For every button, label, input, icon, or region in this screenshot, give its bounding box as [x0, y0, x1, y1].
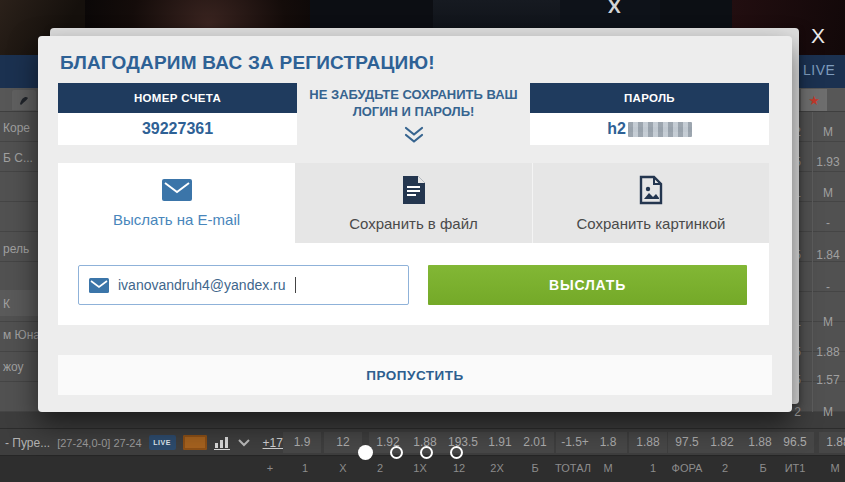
- row-odd-fragment[interactable]: М: [815, 405, 841, 419]
- odds-cell[interactable]: 2.01: [516, 432, 554, 453]
- double-chevron-down-icon: [297, 126, 530, 147]
- row-odd-fragment[interactable]: 2: [794, 405, 801, 419]
- brand-x-logo: X: [608, 0, 621, 18]
- odds-column-label: М: [589, 462, 627, 474]
- live-section-label[interactable]: LIVE: [803, 62, 835, 78]
- odds-column-label: Х: [324, 462, 362, 474]
- row-odd-fragment[interactable]: -: [815, 280, 841, 294]
- odds-column-label: 1: [634, 462, 672, 474]
- carousel-dot[interactable]: [420, 446, 433, 459]
- save-method-tabs: Выслать на E-mail Сохранить в файл: [58, 163, 769, 243]
- odds-column-label: 1Х: [401, 462, 439, 474]
- odds-cell[interactable]: 1.8: [589, 432, 627, 453]
- row-odd-fragment[interactable]: 1.93: [815, 155, 841, 169]
- table-column-divider: [812, 112, 813, 412]
- odds-cell[interactable]: 1.82: [703, 432, 741, 453]
- carousel-dots: [358, 445, 463, 460]
- odds-column-label: ИТ1: [776, 462, 814, 474]
- row-odd-fragment[interactable]: 1.88: [815, 345, 841, 359]
- odds-column-label: М: [816, 462, 845, 474]
- table-divider-band: [0, 412, 845, 428]
- row-text-fragment: жоу: [3, 360, 24, 374]
- odds-column-label: 2Х: [478, 462, 516, 474]
- odds-column-label: 2: [361, 462, 399, 474]
- row-text-fragment: м Юна: [3, 328, 40, 342]
- statistics-icon[interactable]: [214, 435, 231, 450]
- carousel-dot[interactable]: [390, 446, 403, 459]
- carousel-dot[interactable]: [358, 445, 373, 460]
- row-text-fragment: К: [3, 297, 10, 311]
- send-button[interactable]: ВЫСЛАТЬ: [428, 265, 747, 305]
- chevron-down-icon[interactable]: [238, 439, 250, 447]
- row-text-fragment: Коре: [3, 121, 30, 135]
- modal-title: БЛАГОДАРИМ ВАС ЗА РЕГИСТРАЦИЮ!: [60, 52, 435, 74]
- password-box: ПАРОЛЬ h2: [530, 83, 769, 145]
- tab-save-file[interactable]: Сохранить в файл: [295, 163, 532, 243]
- odds-cell[interactable]: 96.5: [776, 432, 814, 453]
- tab-save-image[interactable]: Сохранить картинкой: [532, 163, 769, 243]
- row-odd-fragment[interactable]: М: [815, 125, 841, 139]
- skip-button[interactable]: ПРОПУСТИТЬ: [58, 355, 772, 395]
- odds-cell[interactable]: 12: [324, 432, 362, 453]
- row-odd-fragment[interactable]: 1.84: [815, 248, 841, 262]
- odds-column-label: 12: [440, 462, 478, 474]
- sport-icon: [17, 93, 31, 107]
- save-credentials-note: НЕ ЗАБУДЬТЕ СОХРАНИТЬ ВАШ ЛОГИН И ПАРОЛЬ…: [297, 86, 530, 147]
- tab-send-email[interactable]: Выслать на E-mail: [58, 163, 295, 243]
- row-odd-fragment[interactable]: -: [815, 216, 841, 230]
- registration-modal: БЛАГОДАРИМ ВАС ЗА РЕГИСТРАЦИЮ! НОМЕР СЧЕ…: [38, 36, 792, 412]
- account-number-header: НОМЕР СЧЕТА: [58, 83, 297, 113]
- account-number-value: 39227361: [58, 113, 297, 145]
- email-input[interactable]: ivanovandruh4@yandex.ru: [78, 265, 409, 305]
- envelope-icon: [162, 179, 192, 201]
- tab-label: Выслать на E-mail: [113, 211, 240, 228]
- password-header: ПАРОЛЬ: [530, 83, 769, 113]
- file-icon: [402, 175, 426, 205]
- note-line2: ЛОГИН И ПАРОЛЬ!: [297, 103, 530, 120]
- odds-column-label: Б: [516, 462, 554, 474]
- password-blurred-part: [628, 122, 692, 137]
- row-text-fragment: Б С...: [3, 151, 33, 165]
- court-view-icon[interactable]: [183, 435, 207, 450]
- odds-column-label: ФОРА: [668, 462, 706, 474]
- odds-cell[interactable]: 1.9: [283, 432, 321, 453]
- row-odd-fragment[interactable]: 1.57: [815, 373, 841, 387]
- match-score: [27-24,0-0] 27-24: [57, 437, 141, 449]
- carousel-dot[interactable]: [450, 446, 463, 459]
- text-caret: [295, 277, 296, 293]
- odds-cell[interactable]: 1.88: [741, 432, 779, 453]
- note-line1: НЕ ЗАБУДЬТЕ СОХРАНИТЬ ВАШ: [297, 86, 530, 103]
- account-number-box: НОМЕР СЧЕТА 39227361: [58, 83, 297, 145]
- row-odd-fragment[interactable]: М: [815, 186, 841, 200]
- odds-cell[interactable]: 97.5: [668, 432, 706, 453]
- odds-cell[interactable]: 1.91: [481, 432, 519, 453]
- odds-column-label: +: [251, 462, 289, 474]
- tab-label: Сохранить картинкой: [577, 215, 726, 232]
- page: X LIVE ★ КореБ С...рельКм Юнажоу 2М1.51.…: [0, 0, 845, 482]
- password-value: h2: [530, 113, 769, 145]
- password-visible-part: h2: [607, 120, 626, 138]
- close-icon[interactable]: X: [806, 24, 830, 48]
- odds-cell[interactable]: 1.88: [819, 432, 845, 453]
- email-input-value: ivanovandruh4@yandex.ru: [118, 277, 286, 293]
- row-text-fragment: рель: [3, 242, 29, 256]
- odds-column-label: 1: [286, 462, 324, 474]
- odds-cell[interactable]: 1.88: [629, 432, 667, 453]
- odds-column-label: ТОТАЛ: [554, 462, 592, 474]
- favorites-button[interactable]: ★: [801, 89, 827, 111]
- tab-label: Сохранить в файл: [349, 215, 478, 232]
- sport-tab[interactable]: [12, 90, 36, 110]
- image-file-icon: [639, 175, 663, 205]
- row-odd-fragment[interactable]: М: [815, 315, 841, 329]
- live-tv-icon[interactable]: LIVE: [149, 435, 176, 450]
- team-name[interactable]: - Пуре...: [5, 436, 50, 450]
- odds-column-label: 2: [706, 462, 744, 474]
- star-icon: ★: [808, 94, 820, 107]
- email-tab-content: ivanovandruh4@yandex.ru ВЫСЛАТЬ: [58, 243, 769, 325]
- envelope-icon: [89, 278, 109, 293]
